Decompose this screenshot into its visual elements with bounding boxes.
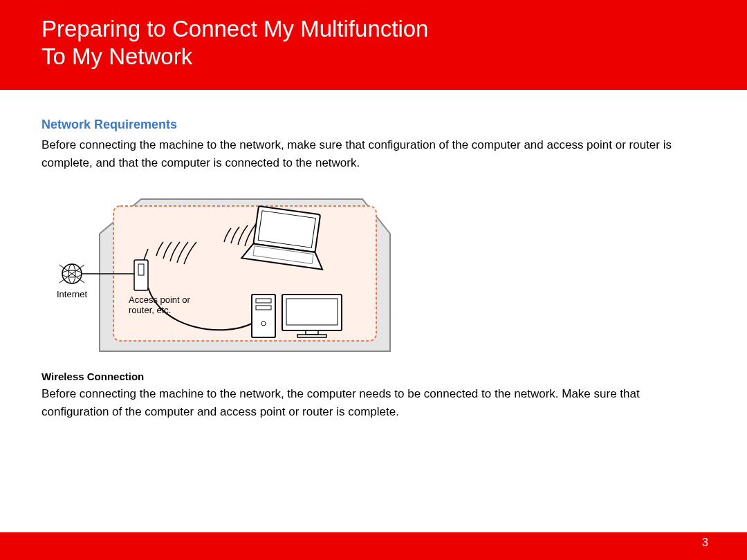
desktop-tower-icon <box>252 295 275 337</box>
page-number: 3 <box>702 536 708 549</box>
internet-icon <box>59 264 84 283</box>
wireless-heading: Wireless Connection <box>42 371 706 382</box>
page-title: Preparing to Connect My Multifunction To… <box>42 15 706 70</box>
page-body: Network Requirements Before connecting t… <box>0 90 747 532</box>
title-line-1: Preparing to Connect My Multifunction <box>42 16 428 41</box>
slide-header: Preparing to Connect My Multifunction To… <box>0 0 747 91</box>
title-line-2: To My Network <box>42 44 192 69</box>
wireless-body: Before connecting the machine to the net… <box>42 385 706 420</box>
internet-label: Internet <box>57 289 87 299</box>
monitor-icon <box>282 295 342 337</box>
svg-rect-20 <box>297 335 326 337</box>
svg-rect-19 <box>306 330 318 335</box>
section-heading: Network Requirements <box>42 118 706 132</box>
svg-rect-18 <box>286 299 338 325</box>
router-label-2: router, etc. <box>129 305 171 315</box>
router-label-1: Access point or <box>129 295 191 305</box>
svg-rect-13 <box>252 295 275 337</box>
section-body: Before connecting the machine to the net… <box>42 136 706 171</box>
network-diagram: Internet Access point or router, etc. <box>44 185 706 361</box>
